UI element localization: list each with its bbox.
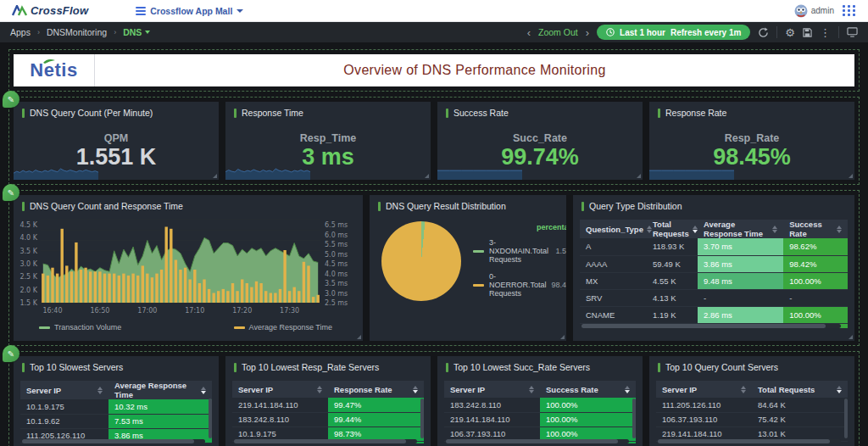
horizontal-scrollbar[interactable]	[446, 439, 629, 443]
tv-mode-button[interactable]	[847, 27, 858, 37]
time-shift-right-button[interactable]: ›	[586, 27, 589, 38]
breadcrumb-dns-dropdown[interactable]: DNS	[123, 27, 150, 37]
data-table: Question_TypeTotal RequestsAverage Respo…	[580, 220, 848, 328]
panel-resize-handle[interactable]	[425, 174, 429, 178]
table-cell: SRV	[580, 289, 647, 306]
panel-resize-handle[interactable]	[849, 174, 853, 178]
legend-item-avg-response-time[interactable]: Average Response Time	[234, 323, 332, 332]
column-header[interactable]: Server IP	[232, 381, 328, 398]
vertical-scrollbar[interactable]	[420, 399, 424, 443]
breadcrumb-apps[interactable]: Apps	[10, 27, 31, 37]
svg-text:3.0 K: 3.0 K	[19, 260, 37, 268]
legend-item-transaction-volume[interactable]: Transaction Volume	[39, 323, 121, 332]
kpi-panel-resp-rate[interactable]: Response Rate Resp_Rate 98.45%	[649, 102, 854, 180]
column-header[interactable]: Average Response Time	[698, 220, 783, 238]
time-shift-left-button[interactable]: ‹	[527, 27, 531, 38]
panel-resize-handle[interactable]	[849, 335, 853, 339]
column-header[interactable]: Success Rate	[540, 381, 636, 398]
column-header[interactable]: Server IP	[656, 381, 752, 398]
top10-table-panel-1[interactable]: Top 10 Lowest Resp_Rate ServersServer IP…	[225, 356, 431, 446]
pie-panel[interactable]: DNS Query Result Distribution percentage…	[370, 195, 566, 341]
pie-legend-item[interactable]: 3-NXDOMAIN.Total Requests 1.52%	[473, 238, 566, 264]
zoom-out-button[interactable]: Zoom Out	[538, 27, 578, 37]
sort-icon[interactable]	[837, 386, 842, 393]
sort-icon[interactable]	[97, 387, 103, 394]
sort-icon[interactable]	[413, 386, 418, 393]
sort-icon[interactable]	[317, 386, 322, 393]
top10-table-panel-2[interactable]: Top 10 Lowest Succ_Rate ServersServer IP…	[437, 356, 643, 446]
top10-table-panel-3[interactable]: Top 10 Query Count ServersServer IPTotal…	[649, 356, 854, 446]
sort-icon[interactable]	[529, 386, 534, 393]
sort-icon[interactable]	[837, 226, 842, 233]
table-cell: 183.242.8.110	[444, 398, 540, 412]
vertical-scrollbar[interactable]	[209, 399, 212, 443]
table-row[interactable]: CNAME1.19 K2.86 ms100.00%	[580, 306, 848, 323]
horizontal-scrollbar[interactable]	[22, 439, 205, 443]
table-row[interactable]: 111.205.126.11084.64 K	[656, 398, 848, 412]
sort-icon[interactable]	[201, 387, 206, 394]
panel-resize-handle[interactable]	[357, 335, 361, 339]
sort-icon[interactable]	[625, 386, 630, 393]
panel-title-accent	[658, 109, 660, 118]
app-mall-menu[interactable]: Crossflow App Mall	[136, 6, 243, 16]
panel-resize-handle[interactable]	[637, 174, 641, 178]
sort-icon[interactable]	[693, 226, 698, 233]
column-header[interactable]: Success Rate	[783, 220, 848, 238]
edit-row-button[interactable]: ✎	[3, 345, 19, 362]
refresh-button[interactable]	[758, 27, 769, 38]
column-header[interactable]: Total Requests	[647, 220, 698, 238]
table-row[interactable]: SRV4.13 K--	[580, 289, 848, 306]
table-row[interactable]: 106.37.193.11075.42 K	[656, 412, 848, 426]
column-header[interactable]: Total Requests	[752, 381, 848, 398]
edit-row-button[interactable]: ✎	[3, 184, 19, 201]
top10-table: Server IPSuccess Rate183.242.8.110100.00…	[444, 381, 636, 443]
sort-icon[interactable]	[741, 386, 746, 393]
legend-swatch	[234, 326, 245, 329]
sort-icon[interactable]	[772, 226, 777, 233]
breadcrumb-dnsmonitoring[interactable]: DNSMonitoring	[47, 27, 107, 37]
table-row[interactable]: 183.242.8.110100.00%	[444, 398, 636, 412]
column-header[interactable]: Server IP	[20, 381, 108, 399]
panel-title-accent	[22, 109, 25, 118]
column-header[interactable]: Question_Type	[580, 220, 647, 238]
avatar	[794, 4, 808, 18]
table-row[interactable]: 10.1.9.627.53 ms	[20, 414, 212, 428]
column-header[interactable]: Response Rate	[328, 381, 424, 398]
app-launcher-icon[interactable]	[843, 5, 856, 16]
table-row[interactable]: AAAA59.49 K3.86 ms98.42%	[580, 255, 848, 272]
column-header[interactable]: Server IP	[444, 381, 540, 398]
column-header[interactable]: Average Response Time	[108, 381, 212, 399]
kpi-panel-resp-time[interactable]: Response Time Resp_Time 3 ms	[225, 102, 431, 180]
sort-icon[interactable]	[647, 226, 652, 233]
settings-button[interactable]: ⚙	[785, 27, 795, 38]
top10-table: Server IPAverage Response Time10.1.9.175…	[20, 381, 212, 443]
vertical-scrollbar[interactable]	[844, 399, 848, 443]
table-row[interactable]: 219.141.184.11099.47%	[232, 398, 424, 412]
save-button[interactable]	[803, 28, 812, 37]
user-menu[interactable]: admin	[794, 4, 834, 18]
pie-legend-item[interactable]: 0-NOERROR.Total Requests 98.48%	[473, 272, 566, 298]
more-options-button[interactable]: ⋮	[820, 27, 831, 38]
panel-resize-handle[interactable]	[213, 174, 217, 178]
table-row[interactable]: 183.242.8.11099.44%	[232, 412, 424, 426]
table-row[interactable]: A118.93 K3.70 ms98.62%	[580, 238, 848, 255]
panel-resize-handle[interactable]	[560, 335, 565, 339]
kpi-panel-succ-rate[interactable]: Success Rate Succ_Rate 99.74%	[437, 102, 643, 180]
pie-chart[interactable]	[381, 221, 461, 301]
table-row[interactable]: MX4.55 K9.48 ms100.00%	[580, 272, 848, 289]
table-row[interactable]: 10.1.9.17510.32 ms	[20, 399, 212, 414]
table-cell: 219.141.184.110	[444, 412, 540, 426]
time-range-picker[interactable]: Last 1 hour Refresh every 1m	[597, 25, 750, 40]
timeseries-panel[interactable]: DNS Query Count and Response Time 1.5 K2…	[14, 195, 363, 341]
vertical-scrollbar[interactable]	[632, 399, 636, 443]
timeseries-chart[interactable]: 1.5 K2.0 K2.5 K3.0 K3.5 K4.0 K4.5 K2.5 m…	[14, 215, 349, 318]
query-type-table-panel[interactable]: Query Type Distribution Question_TypeTot…	[573, 195, 854, 341]
table-cell: 100.00%	[783, 306, 848, 323]
horizontal-scrollbar[interactable]	[658, 439, 841, 443]
edit-row-button[interactable]: ✎	[3, 91, 19, 108]
kpi-panel-qpm[interactable]: DNS Query Count (Per Minute) QPM 1.551 K	[14, 102, 219, 180]
table-row[interactable]: 219.141.184.110100.00%	[444, 412, 636, 426]
top10-table-panel-0[interactable]: Top 10 Slowest ServersServer IPAverage R…	[14, 356, 219, 446]
horizontal-scrollbar[interactable]	[234, 439, 417, 443]
horizontal-scrollbar[interactable]	[581, 324, 841, 328]
